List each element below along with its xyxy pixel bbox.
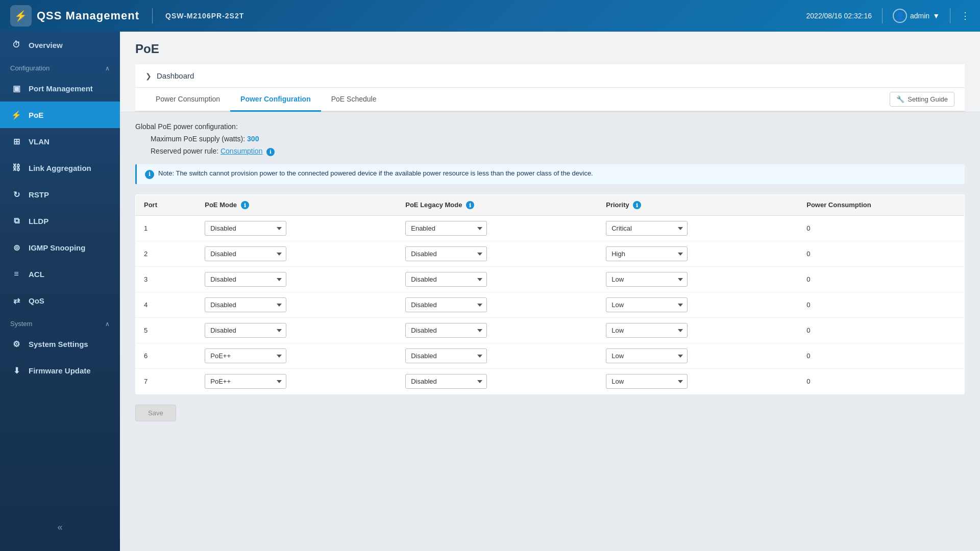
cell-power-1: 0 — [798, 216, 964, 241]
sidebar: ⏱ Overview Configuration ∧ ▣ Port Manage… — [0, 32, 120, 551]
header: ⚡ QSS Management QSW-M2106PR-2S2T 2022/0… — [0, 0, 980, 32]
select-priority-1[interactable]: CriticalHighLow — [606, 221, 688, 236]
select-priority-5[interactable]: CriticalHighLow — [606, 323, 688, 338]
save-button[interactable]: Save — [135, 405, 176, 421]
datetime: 2022/08/16 02:32:16 — [806, 12, 872, 20]
main-layout: ⏱ Overview Configuration ∧ ▣ Port Manage… — [0, 32, 980, 551]
max-supply-line: Maximum PoE supply (watts): 300 — [135, 135, 965, 143]
sidebar-item-overview[interactable]: ⏱ Overview — [0, 32, 120, 58]
sidebar-label-lldp: LLDP — [29, 217, 48, 226]
cell-power-4: 0 — [798, 292, 964, 318]
reserved-power-info-icon[interactable]: ℹ — [266, 148, 275, 156]
select-poe-mode-7[interactable]: DisabledPoEPoE+PoE++ — [205, 374, 286, 389]
cell-poe-mode-3: DisabledPoEPoE+PoE++ — [197, 267, 397, 292]
sidebar-item-acl[interactable]: ≡ ACL — [0, 261, 120, 287]
table-row: 5DisabledPoEPoE+PoE++DisabledEnabledCrit… — [136, 318, 965, 343]
select-poe-mode-2[interactable]: DisabledPoEPoE+PoE++ — [205, 246, 286, 261]
sidebar-item-rstp[interactable]: ↻ RSTP — [0, 181, 120, 208]
cell-port-4: 4 — [136, 292, 197, 318]
select-poe-legacy-3[interactable]: DisabledEnabled — [405, 272, 487, 287]
dashboard-bar[interactable]: ❯ Dashboard — [135, 64, 965, 88]
tab-poe-schedule-label: PoE Schedule — [331, 95, 377, 103]
tab-poe-schedule[interactable]: PoE Schedule — [321, 88, 387, 112]
setting-guide-button[interactable]: 🔧 Setting Guide — [890, 92, 954, 107]
select-poe-legacy-7[interactable]: DisabledEnabled — [405, 374, 487, 389]
sidebar-label-qos: QoS — [29, 296, 44, 305]
sidebar-item-port-management[interactable]: ▣ Port Management — [0, 75, 120, 102]
select-poe-mode-6[interactable]: DisabledPoEPoE+PoE++ — [205, 348, 286, 363]
sidebar-label-igmp-snooping: IGMP Snooping — [29, 243, 85, 252]
cell-poe-mode-4: DisabledPoEPoE+PoE++ — [197, 292, 397, 318]
table-row: 3DisabledPoEPoE+PoE++DisabledEnabledCrit… — [136, 267, 965, 292]
select-poe-mode-5[interactable]: DisabledPoEPoE+PoE++ — [205, 323, 286, 338]
select-poe-legacy-4[interactable]: DisabledEnabled — [405, 297, 487, 312]
sidebar-label-overview: Overview — [29, 41, 63, 49]
sidebar-label-poe: PoE — [29, 111, 43, 119]
sidebar-label-port-management: Port Management — [29, 84, 93, 93]
poe-mode-info-icon[interactable]: ℹ — [241, 201, 249, 209]
cell-poe-legacy-7: DisabledEnabled — [397, 369, 598, 394]
cell-poe-mode-5: DisabledPoEPoE+PoE++ — [197, 318, 397, 343]
config-info: Global PoE power configuration: Maximum … — [135, 122, 965, 156]
cell-poe-mode-1: DisabledPoEPoE+PoE++ — [197, 216, 397, 241]
table-row: 2DisabledPoEPoE+PoE++DisabledEnabledCrit… — [136, 241, 965, 267]
sidebar-item-firmware-update[interactable]: ⬇ Firmware Update — [0, 357, 120, 384]
cell-port-1: 1 — [136, 216, 197, 241]
select-poe-legacy-5[interactable]: DisabledEnabled — [405, 323, 487, 338]
priority-info-icon[interactable]: ℹ — [633, 201, 641, 209]
tabs-bar: Power Consumption Power Configuration Po… — [135, 88, 965, 112]
configuration-chevron-icon: ∧ — [105, 65, 110, 72]
tab-power-configuration[interactable]: Power Configuration — [230, 88, 321, 112]
select-poe-mode-1[interactable]: DisabledPoEPoE+PoE++ — [205, 221, 286, 236]
select-priority-3[interactable]: CriticalHighLow — [606, 272, 688, 287]
sidebar-item-vlan[interactable]: ⊞ VLAN — [0, 128, 120, 155]
setting-guide-icon: 🔧 — [896, 95, 904, 103]
user-chevron-icon: ▼ — [933, 12, 940, 20]
acl-icon: ≡ — [10, 268, 22, 280]
cell-poe-legacy-1: DisabledEnabled — [397, 216, 598, 241]
select-poe-legacy-2[interactable]: DisabledEnabled — [405, 246, 487, 261]
cell-power-6: 0 — [798, 343, 964, 369]
port-management-icon: ▣ — [10, 82, 22, 94]
header-right: 2022/08/16 02:32:16 👤 admin ▼ ⋮ — [806, 8, 970, 23]
system-settings-icon: ⚙ — [10, 338, 22, 350]
setting-guide-label: Setting Guide — [908, 95, 948, 103]
col-priority: Priority ℹ — [598, 194, 798, 216]
select-priority-4[interactable]: CriticalHighLow — [606, 297, 688, 312]
sidebar-section-configuration: Configuration ∧ — [0, 58, 120, 75]
sidebar-section-system: System ∧ — [0, 314, 120, 331]
cell-priority-5: CriticalHighLow — [598, 318, 798, 343]
sidebar-item-igmp-snooping[interactable]: ⊚ IGMP Snooping — [0, 234, 120, 261]
poe-legacy-info-icon[interactable]: ℹ — [466, 201, 474, 209]
tab-power-consumption[interactable]: Power Consumption — [145, 88, 230, 112]
sidebar-label-link-aggregation: Link Aggregation — [29, 164, 91, 172]
col-port: Port — [136, 194, 197, 216]
header-divider3 — [950, 8, 950, 23]
select-priority-6[interactable]: CriticalHighLow — [606, 348, 688, 363]
note-info-icon: ℹ — [145, 170, 154, 179]
logo-text: QSS Management — [37, 9, 139, 22]
global-config-label: Global PoE power configuration: — [135, 122, 965, 131]
more-menu-icon[interactable]: ⋮ — [961, 10, 970, 21]
col-power-consumption: Power Consumption — [798, 194, 964, 216]
select-poe-legacy-6[interactable]: DisabledEnabled — [405, 348, 487, 363]
cell-poe-mode-6: DisabledPoEPoE+PoE++ — [197, 343, 397, 369]
sidebar-item-link-aggregation[interactable]: ⛓ Link Aggregation — [0, 155, 120, 181]
select-poe-legacy-1[interactable]: DisabledEnabled — [405, 221, 487, 236]
sidebar-item-poe[interactable]: ⚡ PoE — [0, 102, 120, 128]
reserved-power-value[interactable]: Consumption — [220, 147, 263, 155]
select-priority-2[interactable]: CriticalHighLow — [606, 246, 688, 261]
select-priority-7[interactable]: CriticalHighLow — [606, 374, 688, 389]
select-poe-mode-3[interactable]: DisabledPoEPoE+PoE++ — [205, 272, 286, 287]
system-chevron-icon: ∧ — [105, 320, 110, 328]
note-bar: ℹ Note: The switch cannot provision powe… — [135, 164, 965, 184]
select-poe-mode-4[interactable]: DisabledPoEPoE+PoE++ — [205, 297, 286, 312]
sidebar-collapse-button[interactable]: « — [0, 514, 120, 541]
sidebar-item-qos[interactable]: ⇄ QoS — [0, 287, 120, 314]
user-menu[interactable]: 👤 admin ▼ — [893, 9, 940, 23]
igmp-icon: ⊚ — [10, 241, 22, 254]
cell-power-3: 0 — [798, 267, 964, 292]
sidebar-item-system-settings[interactable]: ⚙ System Settings — [0, 331, 120, 357]
sidebar-item-lldp[interactable]: ⧉ LLDP — [0, 208, 120, 234]
page-header: PoE ❯ Dashboard Power Consumption Power … — [120, 32, 980, 112]
